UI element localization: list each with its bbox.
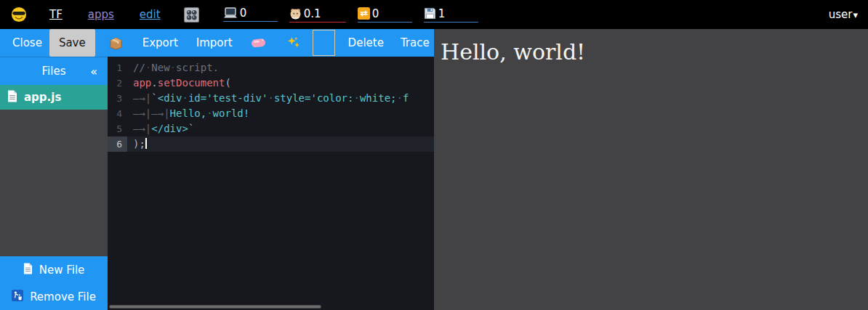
new-file-label: New File xyxy=(39,264,85,277)
topbar-link-edit[interactable]: edit xyxy=(140,8,161,21)
control-knobs-icon[interactable] xyxy=(184,7,199,23)
sunglasses-emoji-icon[interactable] xyxy=(11,7,27,23)
repeat-icon xyxy=(358,7,370,20)
hamster-counter-field[interactable]: 0.1 xyxy=(289,7,346,23)
soap-icon[interactable] xyxy=(251,29,266,57)
line-number: 4 xyxy=(108,106,127,121)
package-icon[interactable] xyxy=(109,29,123,57)
hamster-counter-value: 0.1 xyxy=(304,8,321,20)
topbar-link-apps[interactable]: apps xyxy=(88,8,114,21)
chevron-down-icon: ▾ xyxy=(853,9,858,20)
new-file-button[interactable]: New File xyxy=(0,256,108,283)
preview-text: Hello, world! xyxy=(434,29,868,65)
line-number: 6 xyxy=(108,136,127,152)
code-line[interactable]: 5—→|</div>` xyxy=(108,121,434,136)
laptop-counter-field[interactable]: 0 xyxy=(223,7,278,22)
sidebar-filler xyxy=(0,110,108,256)
laptop-counter-value: 0 xyxy=(240,7,247,19)
repeat-counter-value: 0 xyxy=(372,8,379,20)
editor-toolbar: Close Save Export Import Delete Trace xyxy=(0,29,434,57)
repeat-counter-field[interactable]: 0 xyxy=(358,7,412,23)
remove-file-button[interactable]: Remove File xyxy=(0,283,108,310)
code-line[interactable]: 1//·New·script. xyxy=(108,60,434,76)
file-item-appjs[interactable]: app.js xyxy=(0,85,108,110)
top-bar: TF apps edit 0 xyxy=(0,0,868,29)
code-line[interactable]: 2app.setDocument( xyxy=(108,76,434,91)
code-line[interactable]: 6); xyxy=(108,136,434,152)
collapse-sidebar-icon[interactable]: « xyxy=(90,65,97,78)
files-sidebar: Files « app.js xyxy=(0,57,108,310)
floppy-counter-value: 1 xyxy=(438,8,446,20)
code-lines: 1//·New·script.2app.setDocument(3—→|`<di… xyxy=(108,60,434,152)
floppy-icon xyxy=(424,7,436,20)
user-menu-label: user xyxy=(829,8,853,21)
line-number: 1 xyxy=(108,60,127,76)
line-number: 3 xyxy=(108,91,127,106)
horizontal-scrollbar[interactable] xyxy=(109,305,321,309)
code-line[interactable]: 4—→|—→|Hello,·world! xyxy=(108,106,434,121)
files-header: Files « xyxy=(0,57,108,85)
topbar-link-tf[interactable]: TF xyxy=(49,8,63,21)
floppy-counter-field[interactable]: 1 xyxy=(424,7,478,23)
text-cursor xyxy=(145,138,147,149)
file-item-label: app.js xyxy=(24,91,61,104)
new-file-icon xyxy=(23,263,33,277)
line-number: 5 xyxy=(108,121,127,136)
hamster-icon xyxy=(289,7,302,20)
line-number: 2 xyxy=(108,76,127,91)
code-editor[interactable]: 1//·New·script.2app.setDocument(3—→|`<di… xyxy=(108,57,434,310)
import-button[interactable]: Import xyxy=(196,29,233,57)
trace-button[interactable]: Trace xyxy=(401,29,430,57)
remove-file-icon xyxy=(12,290,23,304)
close-button[interactable]: Close xyxy=(12,29,42,57)
preview-pane: Hello, world! xyxy=(434,29,868,310)
laptop-icon xyxy=(223,7,238,19)
sparkles-icon[interactable] xyxy=(287,29,300,57)
remove-file-label: Remove File xyxy=(30,290,96,303)
save-button[interactable]: Save xyxy=(49,29,95,57)
code-line[interactable]: 3—→|`<div·id='test-div'·style='color:·wh… xyxy=(108,91,434,106)
export-button[interactable]: Export xyxy=(142,29,178,57)
delete-button[interactable]: Delete xyxy=(348,29,384,57)
file-document-icon xyxy=(7,90,17,105)
empty-outline-button[interactable] xyxy=(313,30,335,56)
user-menu[interactable]: user▾ xyxy=(829,8,858,21)
